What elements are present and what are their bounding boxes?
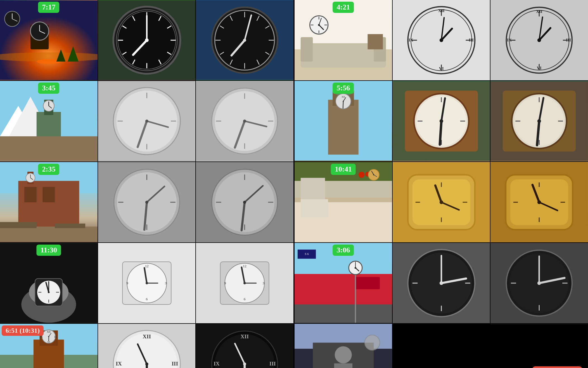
svg-rect-253 — [301, 199, 328, 217]
left-row-4: 11:30 12 3 6 9 12 — [0, 243, 293, 323]
right-row-2: XII 5:56 — [295, 81, 588, 161]
right-r2-clock2 — [490, 81, 588, 161]
svg-text:IX: IX — [116, 361, 122, 367]
right-r4-scene: S 6 3:06 — [295, 243, 392, 323]
svg-point-225 — [343, 101, 344, 102]
svg-rect-320 — [490, 324, 588, 368]
svg-text:3: 3 — [165, 281, 167, 285]
right-r2-clock1 — [393, 81, 490, 161]
left-r4-clock1: 12 3 6 9 — [98, 243, 196, 323]
left-r3-clock2 — [196, 162, 293, 242]
svg-text:III: III — [172, 361, 178, 367]
svg-rect-282 — [355, 277, 380, 289]
svg-text:6: 6 — [146, 297, 148, 301]
svg-text:XII: XII — [342, 95, 345, 98]
left-r5-scene: XII III VI IX 6:51 (10:31) — [0, 324, 98, 368]
svg-rect-315 — [334, 364, 352, 368]
svg-point-300 — [439, 281, 443, 285]
svg-point-163 — [145, 362, 148, 365]
right-r3-scene: 10:41 — [295, 162, 392, 242]
svg-rect-283 — [295, 304, 392, 323]
svg-text:XII: XII — [241, 334, 249, 339]
svg-point-201 — [439, 38, 443, 42]
svg-text:S 6: S 6 — [305, 252, 309, 256]
badge-l1: 7:17 — [38, 2, 59, 13]
svg-point-173 — [243, 362, 246, 365]
right-r4-clock1 — [393, 243, 490, 323]
svg-point-187 — [318, 24, 320, 26]
failed-detection-badge: Failed detection — [532, 366, 582, 368]
left-r3-scene: 2:35 — [0, 162, 98, 242]
right-r3-clock2 — [490, 162, 588, 242]
left-r5-clock2: XII III VI IX — [196, 324, 293, 368]
left-r1-clock1 — [98, 0, 196, 80]
svg-text:XII: XII — [143, 334, 151, 339]
svg-point-78 — [243, 119, 246, 123]
badge-l4: 11:30 — [37, 245, 61, 256]
svg-text:12: 12 — [243, 264, 246, 268]
svg-point-236 — [439, 119, 443, 123]
right-row-4: S 6 3:06 — [295, 243, 588, 323]
left-r1-scene: 7:17 — [0, 0, 98, 80]
right-r1-clock1: XII III VI IX — [393, 0, 490, 80]
svg-rect-319 — [393, 324, 490, 368]
right-row-1: 4:21 XII III VI IX — [295, 0, 588, 80]
svg-point-254 — [359, 172, 365, 178]
right-row-5: Failed detection — [295, 324, 588, 368]
left-row-1: 7:17 — [0, 0, 293, 80]
svg-text:9: 9 — [224, 281, 226, 285]
svg-point-215 — [537, 38, 541, 42]
svg-point-99 — [145, 201, 148, 204]
right-panel: 4:21 XII III VI IX — [295, 0, 588, 368]
svg-line-234 — [440, 121, 441, 145]
svg-point-290 — [355, 267, 357, 269]
svg-point-279 — [537, 200, 541, 204]
right-r3-clock1 — [393, 162, 490, 242]
badge-r1: 4:21 — [333, 2, 354, 13]
right-r1-clock2: XII III VI IX — [490, 0, 588, 80]
left-panel: 7:17 — [0, 0, 293, 368]
right-r2-scene: XII 5:56 — [295, 81, 392, 161]
svg-text:XII: XII — [47, 331, 51, 334]
left-r2-clock1 — [98, 81, 196, 161]
svg-point-269 — [439, 200, 443, 204]
svg-rect-179 — [368, 34, 383, 49]
svg-rect-58 — [0, 136, 98, 161]
svg-point-30 — [145, 38, 148, 42]
left-row-5: XII III VI IX 6:51 (10:31) XII III VI IX — [0, 324, 293, 368]
svg-text:6: 6 — [244, 297, 246, 301]
svg-line-223 — [343, 101, 343, 108]
right-r5-black — [393, 324, 490, 368]
left-r4-clock2: 12 3 6 9 — [196, 243, 293, 323]
badge-l3: 2:35 — [38, 164, 59, 175]
svg-point-109 — [243, 201, 246, 204]
right-r5-scene — [295, 324, 392, 368]
left-r2-clock2 — [196, 81, 293, 161]
left-row-3: 2:35 — [0, 162, 293, 242]
svg-point-318 — [365, 335, 380, 350]
left-row-2: 3:45 — [0, 81, 293, 161]
svg-point-247 — [537, 119, 541, 123]
svg-point-48 — [243, 39, 246, 42]
badge-l5: 6:51 (10:31) — [2, 325, 44, 336]
svg-point-314 — [335, 346, 352, 364]
right-r4-clock2 — [490, 243, 588, 323]
svg-point-310 — [537, 281, 541, 285]
svg-point-259 — [373, 174, 374, 175]
right-r5-failed: Failed detection — [490, 324, 588, 368]
svg-text:III: III — [269, 361, 276, 367]
badge-l2: 3:45 — [38, 83, 59, 94]
left-r5-clock1: XII III VI IX — [98, 324, 196, 368]
svg-text:IX: IX — [214, 361, 220, 367]
svg-rect-87 — [0, 226, 98, 242]
svg-text:3: 3 — [263, 281, 265, 285]
svg-rect-252 — [301, 178, 325, 199]
right-row-3: 10:41 — [295, 162, 588, 242]
svg-rect-88 — [0, 222, 37, 228]
badge-r4: 3:06 — [333, 245, 354, 256]
badge-r3: 10:41 — [331, 164, 356, 175]
svg-text:12: 12 — [145, 264, 148, 268]
svg-point-141 — [243, 282, 246, 284]
svg-text:III: III — [54, 335, 57, 338]
svg-point-131 — [146, 282, 148, 284]
